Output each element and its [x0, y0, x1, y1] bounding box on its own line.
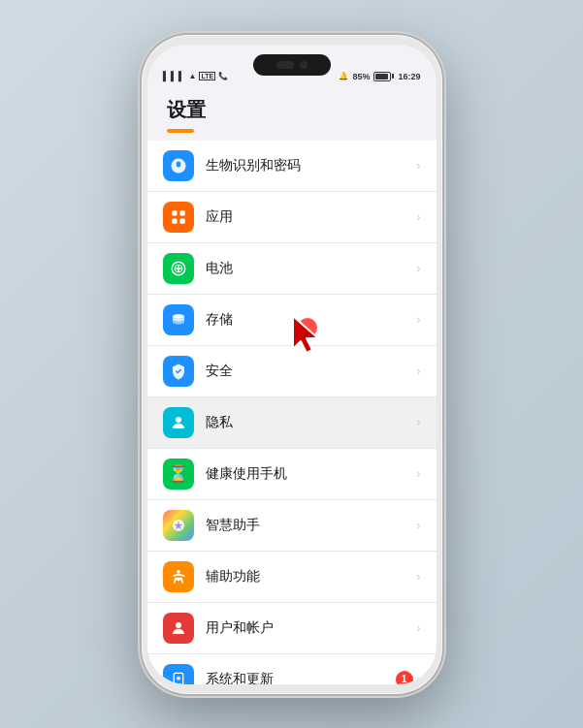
battery-chevron: ›	[417, 262, 421, 275]
sensor	[300, 61, 308, 69]
apps-label: 应用	[206, 208, 417, 226]
security-label: 安全	[206, 363, 417, 380]
status-info: 🔔 85% 16:29	[339, 72, 420, 81]
system-label: 系统和更新	[206, 671, 396, 684]
settings-list: 生物识别和密码› 应用› 电池› 存储› 安全› 隐私›⏳健康使用手机› 智慧助…	[147, 141, 437, 684]
biometric-icon	[163, 150, 194, 181]
settings-item-biometric[interactable]: 生物识别和密码›	[147, 141, 437, 192]
data-icon: LTE	[199, 72, 215, 80]
wifi-icon: ▲	[189, 72, 197, 80]
status-signal: ▍▍▍ ▲ LTE 📞	[163, 72, 229, 81]
system-badge: 1	[396, 671, 413, 684]
svg-rect-1	[172, 210, 177, 215]
health-icon: ⏳	[163, 459, 194, 490]
storage-icon	[163, 304, 194, 335]
svg-point-10	[176, 417, 181, 423]
security-chevron: ›	[417, 364, 421, 378]
front-camera	[276, 61, 294, 69]
svg-rect-3	[172, 218, 177, 223]
battery-percent: 85%	[352, 72, 370, 81]
svg-rect-15	[177, 683, 180, 684]
apps-icon	[163, 202, 194, 233]
cursor-dot	[298, 318, 317, 337]
users-chevron: ›	[417, 621, 421, 635]
settings-item-health[interactable]: ⏳健康使用手机›	[147, 449, 437, 500]
assistant-chevron: ›	[417, 519, 421, 532]
battery-icon	[163, 253, 194, 284]
settings-item-security[interactable]: 安全›	[147, 346, 437, 397]
phone-screen: ▍▍▍ ▲ LTE 📞 🔔 85% 16:29	[147, 45, 437, 684]
alarm-icon: 🔔	[339, 72, 348, 80]
settings-item-accessibility[interactable]: 辅助功能›	[147, 552, 437, 603]
battery-icon	[373, 72, 394, 81]
settings-item-apps[interactable]: 应用›	[147, 192, 437, 243]
battery-label: 电池	[206, 260, 417, 277]
signal-bars-icon: ▍▍▍	[163, 72, 186, 81]
users-icon	[163, 613, 194, 644]
settings-item-battery[interactable]: 电池›	[147, 243, 437, 295]
svg-rect-2	[179, 210, 184, 215]
system-chevron: ›	[417, 673, 421, 684]
accessibility-icon	[163, 561, 194, 592]
svg-rect-4	[179, 218, 184, 223]
settings-item-privacy[interactable]: 隐私›	[147, 397, 437, 449]
phone-frame: ▍▍▍ ▲ LTE 📞 🔔 85% 16:29	[142, 35, 442, 694]
privacy-chevron: ›	[417, 416, 421, 429]
accessibility-label: 辅助功能	[206, 568, 417, 586]
privacy-label: 隐私	[206, 414, 417, 431]
apps-chevron: ›	[417, 210, 421, 224]
storage-chevron: ›	[417, 313, 421, 327]
svg-point-16	[177, 676, 180, 680]
settings-content: 设置 生物识别和密码› 应用› 电池› 存储› 安全› 隐	[147, 87, 437, 684]
system-icon	[163, 664, 194, 684]
title-accent-bar	[167, 129, 194, 133]
biometric-chevron: ›	[417, 159, 421, 173]
security-icon	[163, 356, 194, 387]
users-label: 用户和帐户	[206, 619, 417, 637]
time-display: 16:29	[398, 72, 420, 81]
health-chevron: ›	[417, 467, 421, 481]
assistant-icon	[163, 510, 194, 541]
scene: ▍▍▍ ▲ LTE 📞 🔔 85% 16:29	[0, 0, 583, 728]
settings-item-users[interactable]: 用户和帐户›	[147, 603, 437, 654]
settings-item-assistant[interactable]: 智慧助手›	[147, 500, 437, 552]
settings-item-system[interactable]: 系统和更新1›	[147, 654, 437, 684]
settings-item-storage[interactable]: 存储›	[147, 295, 437, 346]
biometric-label: 生物识别和密码	[206, 157, 417, 174]
svg-point-13	[176, 622, 181, 628]
page-title: 设置	[147, 87, 437, 129]
assistant-label: 智慧助手	[206, 517, 417, 534]
privacy-icon	[163, 407, 194, 438]
camera-notch	[253, 54, 331, 76]
health-label: 健康使用手机	[206, 465, 417, 483]
svg-point-12	[177, 569, 180, 573]
accessibility-chevron: ›	[417, 570, 421, 584]
call-icon: 📞	[218, 72, 228, 80]
